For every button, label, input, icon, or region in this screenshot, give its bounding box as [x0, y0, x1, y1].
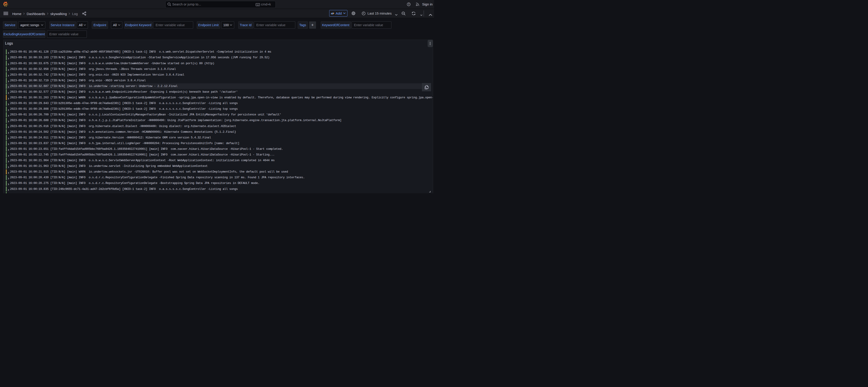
svg-text:?: ? [408, 3, 409, 6]
